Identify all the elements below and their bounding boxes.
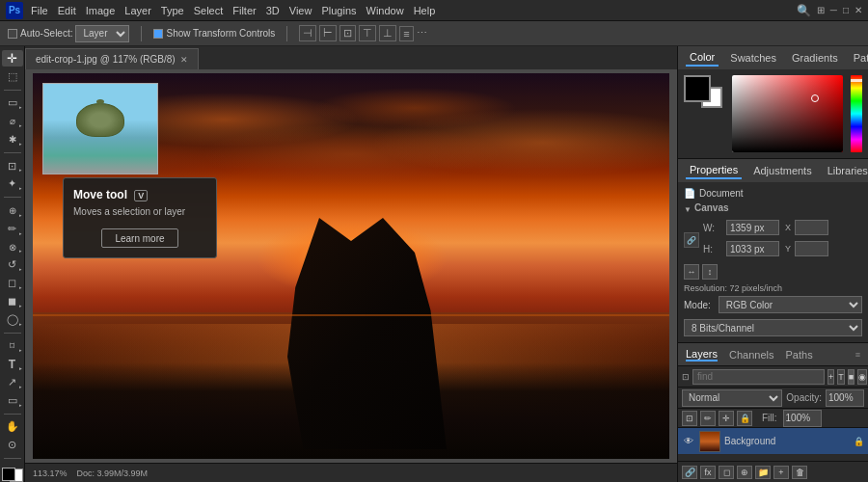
lasso-tool-button[interactable]: ⌀▸ bbox=[2, 113, 23, 129]
eyedropper-tool-button[interactable]: ✦▸ bbox=[2, 175, 23, 192]
canvas-link-icon[interactable]: 🔗 bbox=[684, 232, 699, 248]
maximize-icon[interactable]: □ bbox=[843, 5, 849, 15]
search-icon[interactable]: 🔍 bbox=[797, 4, 811, 17]
move-tool-button[interactable]: ✛ bbox=[2, 50, 23, 67]
height-input[interactable] bbox=[726, 241, 779, 256]
tab-paths[interactable]: Paths bbox=[786, 349, 813, 361]
layer-add-btn[interactable]: + bbox=[773, 466, 789, 479]
close-icon[interactable]: ✕ bbox=[854, 5, 862, 15]
distribute-icon[interactable]: ≡ bbox=[399, 26, 413, 41]
layers-search-input[interactable] bbox=[692, 369, 825, 385]
quick-select-tool-button[interactable]: ✱▸ bbox=[2, 131, 23, 147]
y-input[interactable] bbox=[795, 241, 828, 256]
workspace-icon[interactable]: ⊞ bbox=[817, 5, 825, 15]
canvas-bg: Move tool V Moves a selection or layer L… bbox=[25, 69, 677, 463]
layers-filter-btn[interactable]: T bbox=[837, 369, 845, 385]
transform-checkbox[interactable] bbox=[153, 29, 163, 39]
menu-layer[interactable]: Layer bbox=[124, 5, 151, 16]
tab-gradients[interactable]: Gradients bbox=[788, 50, 842, 66]
hand-tool-button[interactable]: ✋ bbox=[2, 418, 23, 435]
layer-visibility-toggle[interactable]: 👁 bbox=[682, 435, 695, 448]
menu-plugins[interactable]: Plugins bbox=[321, 5, 356, 16]
shape-tool-button[interactable]: ▭▸ bbox=[2, 392, 23, 409]
foreground-swatch[interactable] bbox=[684, 75, 711, 102]
layers-mask-btn[interactable]: ◉ bbox=[857, 369, 867, 385]
layer-link-btn[interactable]: 🔗 bbox=[682, 466, 697, 479]
layers-panel-expand[interactable]: ≡ bbox=[855, 350, 860, 360]
tab-close-button[interactable]: ✕ bbox=[180, 55, 188, 65]
rect-select-tool-button[interactable]: ▭▸ bbox=[2, 94, 23, 111]
tab-color[interactable]: Color bbox=[686, 49, 719, 67]
more-options-icon[interactable]: ⋯ bbox=[417, 27, 427, 40]
tab-channels[interactable]: Channels bbox=[729, 349, 773, 361]
gradient-tool-button[interactable]: ◼▸ bbox=[2, 293, 23, 309]
menu-edit[interactable]: Edit bbox=[58, 5, 76, 16]
image-thumbnail bbox=[42, 83, 158, 174]
mode-select[interactable]: RGB Color CMYK Color Grayscale bbox=[719, 296, 862, 313]
tab-properties[interactable]: Properties bbox=[686, 162, 742, 179]
menu-select[interactable]: Select bbox=[194, 5, 224, 16]
color-picker[interactable] bbox=[732, 75, 843, 152]
x-input[interactable] bbox=[795, 220, 828, 235]
path-select-tool-button[interactable]: ↗▸ bbox=[2, 374, 23, 390]
align-center-icon[interactable]: ⊢ bbox=[319, 25, 337, 41]
foreground-color-swatch[interactable] bbox=[2, 468, 15, 481]
align-right-icon[interactable]: ⊡ bbox=[339, 25, 356, 41]
tab-libraries[interactable]: Libraries bbox=[824, 163, 868, 178]
align-middle-icon[interactable]: ⊥ bbox=[379, 25, 396, 41]
history-brush-tool-button[interactable]: ↺▸ bbox=[2, 256, 23, 273]
lock-all-btn[interactable]: 🔒 bbox=[737, 411, 752, 426]
pen-tool-button[interactable]: ⌑▸ bbox=[2, 337, 23, 354]
lock-move-btn[interactable]: ✛ bbox=[719, 411, 734, 426]
layer-group-btn[interactable]: 📁 bbox=[755, 466, 771, 479]
tab-patterns[interactable]: Patterns bbox=[850, 50, 868, 66]
dodge-tool-button[interactable]: ◯▸ bbox=[2, 311, 23, 328]
lock-transparent-btn[interactable]: ⊡ bbox=[682, 411, 697, 426]
auto-select-checkbox[interactable] bbox=[8, 29, 17, 39]
crop-tool-button[interactable]: ⊡▸ bbox=[2, 158, 23, 174]
menu-file[interactable]: File bbox=[31, 5, 48, 16]
learn-more-button[interactable]: Learn more bbox=[101, 228, 178, 248]
tab-adjustments[interactable]: Adjustments bbox=[749, 163, 816, 178]
opacity-input[interactable] bbox=[826, 389, 864, 407]
option-separator-2 bbox=[286, 26, 287, 41]
layer-effect-btn[interactable]: fx bbox=[700, 466, 716, 479]
zoom-tool-button[interactable]: ⊙ bbox=[2, 437, 23, 453]
layers-color-btn[interactable]: ■ bbox=[848, 369, 854, 385]
brush-tool-button[interactable]: ✏▸ bbox=[2, 221, 23, 237]
clone-stamp-tool-button[interactable]: ⊗▸ bbox=[2, 239, 23, 255]
lock-paint-btn[interactable]: ✏ bbox=[700, 411, 716, 426]
artboard-tool-button[interactable]: ⬚ bbox=[2, 68, 23, 85]
minimize-icon[interactable]: ─ bbox=[830, 5, 837, 15]
canvas-tab[interactable]: edit-crop-1.jpg @ 117% (RGB/8) ✕ bbox=[25, 48, 199, 69]
menu-image[interactable]: Image bbox=[86, 5, 116, 16]
layers-add-btn[interactable]: + bbox=[827, 369, 834, 385]
layer-item[interactable]: 👁 Background 🔒 bbox=[678, 428, 868, 455]
eraser-tool-button[interactable]: ◻▸ bbox=[2, 275, 23, 291]
menu-window[interactable]: Window bbox=[366, 5, 404, 16]
layer-adjustment-btn[interactable]: ⊕ bbox=[737, 466, 752, 479]
menu-3d[interactable]: 3D bbox=[266, 5, 280, 16]
canvas-flip-btn[interactable]: ↕ bbox=[702, 264, 718, 280]
align-top-icon[interactable]: ⊤ bbox=[359, 25, 376, 41]
canvas-image[interactable]: Move tool V Moves a selection or layer L… bbox=[33, 73, 669, 459]
canvas-rotate-btn[interactable]: ↔ bbox=[684, 264, 699, 280]
layer-delete-btn[interactable]: 🗑 bbox=[792, 466, 807, 479]
hue-slider[interactable] bbox=[851, 75, 862, 152]
fill-input[interactable] bbox=[783, 410, 822, 427]
tab-layers[interactable]: Layers bbox=[686, 348, 718, 362]
tab-swatches[interactable]: Swatches bbox=[726, 50, 780, 66]
menu-type[interactable]: Type bbox=[161, 5, 184, 16]
blend-mode-select[interactable]: Normal Multiply Screen Overlay bbox=[682, 389, 782, 407]
layer-mask-btn[interactable]: ◻ bbox=[719, 466, 734, 479]
menu-filter[interactable]: Filter bbox=[232, 5, 256, 16]
menu-help[interactable]: Help bbox=[414, 5, 436, 16]
auto-select-dropdown[interactable]: Layer Group bbox=[75, 25, 129, 42]
align-left-icon[interactable]: ⊣ bbox=[299, 25, 316, 41]
text-tool-button[interactable]: T▸ bbox=[2, 356, 23, 372]
canvas-section-title: Canvas bbox=[694, 202, 729, 213]
heal-tool-button[interactable]: ⊕▸ bbox=[2, 202, 23, 219]
menu-view[interactable]: View bbox=[289, 5, 312, 16]
bit-depth-select[interactable]: 8 Bits/Channel 16 Bits/Channel 32 Bits/C… bbox=[684, 319, 862, 336]
width-input[interactable] bbox=[726, 220, 779, 235]
